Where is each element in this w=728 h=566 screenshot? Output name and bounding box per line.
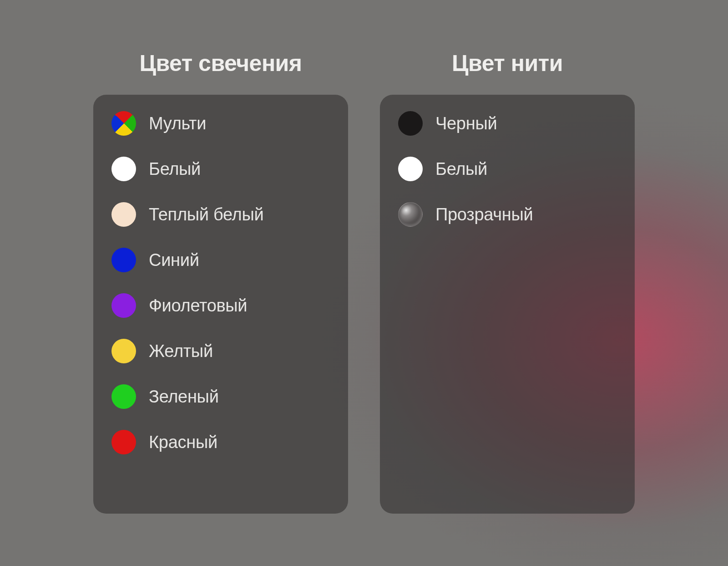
warm-white-swatch-icon [111,202,136,227]
violet-swatch-icon [111,293,136,318]
glow-option-red[interactable]: Красный [111,430,330,454]
option-label: Белый [149,159,201,179]
option-label: Черный [435,114,497,133]
option-label: Желтый [149,342,213,361]
option-label: Теплый белый [149,205,263,224]
thread-option-transparent[interactable]: Прозрачный [398,202,617,227]
glow-option-yellow[interactable]: Желтый [111,339,330,363]
green-swatch-icon [111,384,136,409]
transparent-swatch-icon [398,202,423,227]
option-label: Фиолетовый [149,296,247,316]
option-label: Прозрачный [435,205,533,224]
black-swatch-icon [398,111,423,136]
thread-option-black[interactable]: Черный [398,111,617,136]
yellow-swatch-icon [111,339,136,363]
thread-color-column: Цвет нити Черный Белый Прозрачный [380,50,635,566]
glow-color-heading: Цвет свечения [139,50,302,76]
blue-swatch-icon [111,248,136,272]
option-label: Синий [149,250,199,270]
option-label: Мульти [149,114,206,133]
glow-option-violet[interactable]: Фиолетовый [111,293,330,318]
option-label: Зеленый [149,387,219,407]
glow-option-white[interactable]: Белый [111,157,330,181]
glow-option-warmwhite[interactable]: Теплый белый [111,202,330,227]
glow-option-green[interactable]: Зеленый [111,384,330,409]
thread-option-white[interactable]: Белый [398,157,617,181]
glow-option-multi[interactable]: Мульти [111,111,330,136]
option-label: Белый [435,159,487,179]
option-label: Красный [149,433,217,452]
thread-color-panel: Черный Белый Прозрачный [380,95,635,514]
thread-color-heading: Цвет нити [452,50,563,76]
white-swatch-icon [398,157,423,181]
glow-color-panel: Мульти Белый Теплый белый Синий Фиолетов… [93,95,348,514]
white-swatch-icon [111,157,136,181]
multi-color-swatch-icon [106,106,141,141]
red-swatch-icon [111,430,136,454]
glow-option-blue[interactable]: Синий [111,248,330,272]
glow-color-column: Цвет свечения Мульти Белый Теплый белый … [93,50,348,566]
